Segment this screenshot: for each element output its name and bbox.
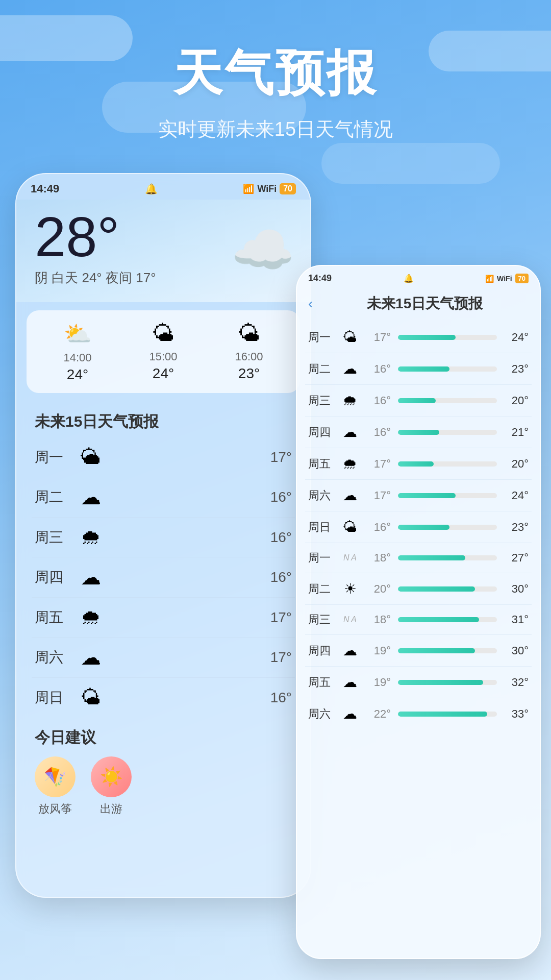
left-day-0: 周一	[35, 448, 70, 467]
left-daily-temp-2: 16°	[270, 529, 292, 546]
right-day-0: 周一	[308, 330, 334, 345]
phones-container: 14:49 🔔 📶 WiFi 70 28° 阴 白天 24° 夜间 17° ☁️…	[0, 173, 551, 939]
right-na-7: N A	[341, 553, 359, 562]
suggestion-kite: 🪁 放风筝	[35, 756, 76, 817]
right-day-6: 周日	[308, 520, 334, 535]
right-bar-fill-7	[398, 555, 465, 560]
right-bar-fill-8	[398, 586, 475, 592]
right-bar-fill-5	[398, 493, 456, 498]
right-daily-icon-8: ☀	[341, 580, 359, 597]
hourly-temp-1: 24°	[120, 365, 206, 382]
hourly-time-0: 14:00	[35, 351, 120, 364]
right-high-7: 27°	[504, 551, 529, 565]
right-daily-row-8: 周二 ☀ 20° 30°	[297, 573, 540, 605]
left-status-icons: 📶 WiFi 70	[243, 183, 296, 194]
right-daily-row-1: 周二 ☁ 16° 23°	[297, 353, 540, 385]
right-bar-fill-4	[398, 461, 434, 467]
right-day-4: 周五	[308, 456, 334, 472]
left-daily-icon-1: ☁	[81, 485, 101, 509]
right-low-10: 19°	[366, 644, 391, 657]
right-status-bar: 14:49 🔔 📶 WiFi 70	[297, 266, 540, 287]
right-low-7: 18°	[366, 551, 391, 565]
right-day-1: 周二	[308, 361, 334, 377]
right-bar-fill-12	[398, 712, 487, 717]
right-daily-row-10: 周四 ☁ 19° 30°	[297, 635, 540, 667]
right-daily-row-9: 周三 N A 18° 31°	[297, 605, 540, 635]
right-bar-9	[398, 617, 497, 622]
right-low-8: 20°	[366, 582, 391, 596]
right-daily-icon-10: ☁	[341, 642, 359, 659]
left-alert-icon: 🔔	[145, 183, 158, 195]
right-day-2: 周三	[308, 393, 334, 408]
sun-icon-circle: ☀️	[91, 756, 132, 797]
right-daily-row-11: 周五 ☁ 19° 32°	[297, 667, 540, 698]
right-daily-row-0: 周一 🌤 17° 24°	[297, 322, 540, 353]
right-high-10: 30°	[504, 644, 529, 657]
right-high-2: 20°	[504, 394, 529, 407]
kite-icon-circle: 🪁	[35, 756, 76, 797]
hourly-time-2: 16:00	[206, 350, 292, 363]
hourly-item-0: ⛅ 14:00 24°	[35, 321, 120, 383]
right-daily-row-12: 周六 ☁ 22° 33°	[297, 698, 540, 729]
right-bar-fill-6	[398, 525, 449, 530]
right-status-icons: 📶 WiFi 70	[485, 274, 529, 283]
app-subtitle: 实时更新未来15日天气情况	[0, 116, 551, 142]
left-daily-row-6: 周日 🌤 16°	[16, 678, 310, 717]
suggestion-icons: 🪁 放风筝 ☀️ 出游	[16, 756, 310, 827]
right-low-3: 16°	[366, 426, 391, 439]
right-high-0: 24°	[504, 331, 529, 344]
sun-label: 出游	[100, 801, 122, 817]
right-day-5: 周六	[308, 488, 334, 503]
right-high-6: 23°	[504, 521, 529, 534]
left-phone: 14:49 🔔 📶 WiFi 70 28° 阴 白天 24° 夜间 17° ☁️…	[15, 173, 311, 898]
right-wifi-icon: WiFi	[497, 275, 512, 283]
right-low-12: 22°	[366, 707, 391, 721]
right-daily-icon-5: ☁	[341, 487, 359, 504]
right-bar-8	[398, 586, 497, 592]
right-battery: 70	[515, 274, 529, 283]
right-daily-row-4: 周五 🌧 17° 20°	[297, 448, 540, 480]
right-bar-2	[398, 398, 497, 403]
left-daily-row-5: 周六 ☁ 17°	[16, 638, 310, 677]
right-na-9: N A	[341, 615, 359, 624]
left-daily-row-2: 周三 🌧 16°	[16, 518, 310, 557]
right-bar-fill-2	[398, 398, 436, 403]
right-day-12: 周六	[308, 706, 334, 722]
right-daily-row-3: 周四 ☁ 16° 21°	[297, 416, 540, 448]
right-bar-fill-9	[398, 617, 479, 622]
right-signal-icon: 📶	[485, 275, 494, 283]
right-low-9: 18°	[366, 613, 391, 626]
right-alert-icon: 🔔	[404, 274, 414, 283]
right-daily-icon-1: ☁	[341, 360, 359, 377]
right-daily-icon-0: 🌤	[341, 329, 359, 346]
left-daily-temp-4: 17°	[270, 609, 292, 626]
left-daily-icon-0: 🌥	[81, 446, 101, 469]
left-wifi-icon: WiFi	[257, 184, 277, 194]
right-day-7: 周一	[308, 550, 334, 566]
hourly-temp-0: 24°	[35, 366, 120, 383]
left-daily-icon-4: 🌧	[81, 606, 101, 629]
back-button[interactable]: ‹	[308, 296, 313, 312]
kite-label: 放风筝	[38, 801, 72, 817]
right-daily-row-5: 周六 ☁ 17° 24°	[297, 480, 540, 511]
right-daily-list: 周一 🌤 17° 24° 周二 ☁ 16° 23° 周三 🌧 16°	[297, 322, 540, 729]
left-daily-temp-1: 16°	[270, 489, 292, 505]
right-daily-icon-3: ☁	[341, 424, 359, 440]
left-daily-row-0: 周一 🌥 17°	[16, 437, 310, 477]
left-day-3: 周四	[35, 568, 70, 587]
right-bar-fill-10	[398, 648, 475, 653]
header: 天气预报 实时更新未来15日天气情况	[0, 0, 551, 142]
right-bar-0	[398, 335, 497, 340]
right-bar-fill-11	[398, 680, 483, 685]
left-daily-temp-5: 17°	[270, 649, 292, 666]
right-bar-12	[398, 712, 497, 717]
left-daily-list: 周一 🌥 17° 周二 ☁ 16° 周三 🌧 16° 周四 ☁ 16° 周五 🌧…	[16, 437, 310, 717]
right-bar-fill-1	[398, 366, 449, 372]
left-day-5: 周六	[35, 648, 70, 667]
right-bar-6	[398, 525, 497, 530]
hourly-time-1: 15:00	[120, 350, 206, 363]
right-low-6: 16°	[366, 521, 391, 534]
right-day-10: 周四	[308, 643, 334, 658]
left-daily-icon-6: 🌤	[81, 686, 101, 709]
right-day-11: 周五	[308, 675, 334, 690]
